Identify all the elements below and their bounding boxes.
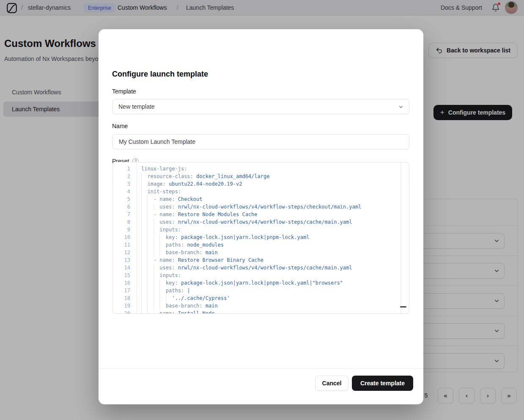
- code-line: 18'../.cache/Cypress': [112, 294, 409, 302]
- code-lines: 1linux-large-js:2resource-class: docker_…: [112, 165, 409, 314]
- code-line: 11paths: node_modules: [112, 241, 409, 249]
- code-line: 19base-branch: main: [112, 302, 409, 310]
- chevron-down-icon: [398, 104, 404, 110]
- code-line: 20- name: Install Node: [112, 310, 409, 314]
- name-label: Name: [112, 123, 128, 129]
- code-line: 17paths: |: [112, 287, 409, 294]
- modal-title: Configure launch template: [112, 70, 208, 79]
- code-line: 6uses: nrwl/nx-cloud-workflows/v4/workfl…: [112, 203, 409, 211]
- code-line: 13- name: Restore Browser Binary Cache: [112, 256, 409, 264]
- code-line: 15inputs:: [112, 272, 409, 279]
- modal-footer: Cancel Create template: [315, 376, 413, 391]
- code-line: 14uses: nrwl/nx-cloud-workflows/v4/workf…: [112, 264, 409, 272]
- code-line: 2resource-class: docker_linux_amd64/larg…: [112, 173, 409, 180]
- footer-divider: [99, 368, 423, 369]
- editor-scrollbar-track: [401, 162, 401, 313]
- template-select-value: New template: [118, 103, 155, 110]
- code-line: 3image: ubuntu22.04-node20.19-v2: [112, 180, 409, 188]
- code-line: 12base-branch: main: [112, 249, 409, 256]
- editor-scrollbar-thumb[interactable]: [400, 306, 406, 307]
- template-label: Template: [112, 88, 136, 95]
- create-template-button[interactable]: Create template: [352, 376, 413, 391]
- screen: / stellar-dynamics Enterprise Custom Wor…: [0, 0, 524, 420]
- code-editor[interactable]: 1linux-large-js:2resource-class: docker_…: [112, 162, 409, 314]
- code-line: 16key: package-lock.json|yarn.lock|pnpm-…: [112, 279, 409, 287]
- code-line: 9inputs:: [112, 226, 409, 233]
- code-line: 4init-steps:: [112, 188, 409, 195]
- code-line: 1linux-large-js:: [112, 165, 409, 173]
- code-line: 7- name: Restore Node Modules Cache: [112, 211, 409, 218]
- cancel-button[interactable]: Cancel: [315, 376, 348, 391]
- code-line: 10key: package-lock.json|yarn.lock|pnpm-…: [112, 233, 409, 241]
- template-select[interactable]: New template: [112, 99, 409, 114]
- code-line: 5- name: Checkout: [112, 195, 409, 203]
- configure-launch-template-modal: Configure launch template Template New t…: [99, 29, 423, 404]
- code-line: 8uses: nrwl/nx-cloud-workflows/v4/workfl…: [112, 218, 409, 226]
- name-input[interactable]: [112, 134, 409, 149]
